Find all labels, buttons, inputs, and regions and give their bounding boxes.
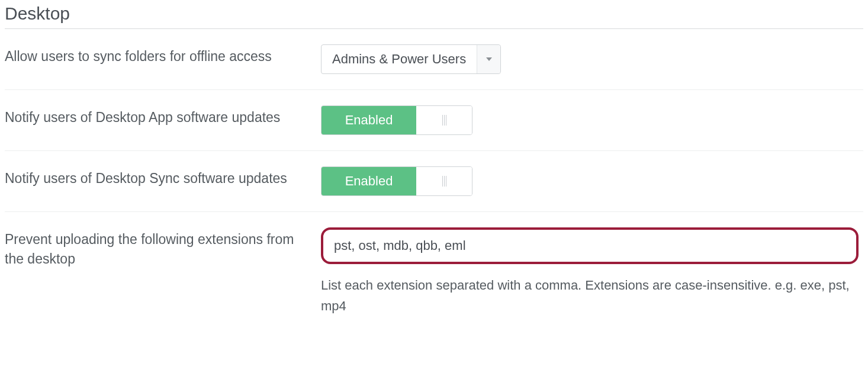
setting-control: Enabled [321, 166, 863, 196]
toggle-handle [416, 167, 472, 195]
toggle-state-label: Enabled [322, 167, 416, 195]
setting-label: Notify users of Desktop App software upd… [5, 105, 307, 127]
highlight-annotation [321, 227, 859, 264]
toggle-handle [416, 106, 472, 134]
dropdown-selected-value: Admins & Power Users [322, 45, 477, 73]
grip-icon [442, 176, 446, 187]
notify-sync-updates-toggle[interactable]: Enabled [321, 166, 472, 196]
sync-folders-dropdown[interactable]: Admins & Power Users [321, 44, 501, 74]
notify-app-updates-toggle[interactable]: Enabled [321, 105, 472, 135]
setting-row-notify-app-updates: Notify users of Desktop App software upd… [5, 90, 863, 151]
help-text: List each extension separated with a com… [321, 275, 863, 316]
setting-label: Prevent uploading the following extensio… [5, 227, 307, 269]
setting-control: Admins & Power Users [321, 44, 863, 74]
setting-control: List each extension separated with a com… [321, 227, 863, 316]
chevron-down-icon [477, 45, 500, 73]
setting-row-notify-sync-updates: Notify users of Desktop Sync software up… [5, 151, 863, 212]
setting-label: Notify users of Desktop Sync software up… [5, 166, 307, 188]
setting-label: Allow users to sync folders for offline … [5, 44, 307, 66]
grip-icon [442, 115, 446, 126]
prevent-extensions-input[interactable] [326, 232, 854, 259]
setting-control: Enabled [321, 105, 863, 135]
setting-row-prevent-extensions: Prevent uploading the following extensio… [5, 212, 863, 332]
toggle-state-label: Enabled [322, 106, 416, 134]
desktop-settings-panel: Desktop Allow users to sync folders for … [0, 0, 868, 343]
svg-marker-0 [486, 57, 492, 61]
section-heading: Desktop [5, 4, 863, 24]
setting-row-sync-folders: Allow users to sync folders for offline … [5, 29, 863, 90]
